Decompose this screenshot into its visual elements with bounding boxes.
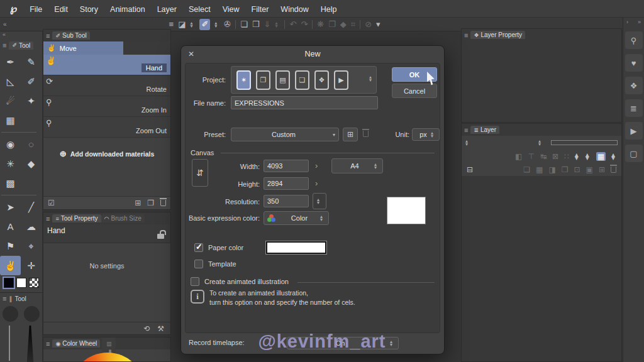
line-tool[interactable]: ╱ <box>21 197 42 217</box>
expand-icon[interactable]: ▾ <box>376 19 380 30</box>
collapse-right-icon[interactable]: » <box>638 19 641 25</box>
text-tool[interactable]: A <box>0 217 21 236</box>
project-comic-icon[interactable]: ▤ <box>275 70 290 90</box>
collapse-icon[interactable]: « <box>0 31 42 40</box>
mask-icon[interactable]: ▣ <box>586 165 593 174</box>
eraser-tool[interactable]: ◺ <box>0 72 21 91</box>
tab-brush-size[interactable]: ◠ Brush Size <box>101 214 145 222</box>
ref-layer-icon[interactable]: ▦ <box>596 152 606 161</box>
new-folder-icon[interactable]: ◨ <box>548 165 555 174</box>
menu-item[interactable]: Window <box>280 5 308 14</box>
color-wheel[interactable] <box>70 353 145 362</box>
pencil-tool[interactable]: ✎ <box>21 52 42 72</box>
panel-menu-icon[interactable]: ≡ <box>462 126 470 134</box>
airbrush-tool[interactable]: ☄ <box>0 91 21 111</box>
settings-icon[interactable]: ❋ <box>317 19 324 30</box>
save-stepper[interactable]: ▴▾ <box>275 21 280 28</box>
brush-tool[interactable]: ✐ <box>21 72 42 91</box>
open-file-icon[interactable]: ❒ <box>252 19 260 30</box>
menu-item[interactable]: File <box>30 5 42 14</box>
file-name-input[interactable] <box>231 96 378 109</box>
tab-tool[interactable]: ✐ Tool <box>9 41 33 50</box>
apply-width-icon[interactable]: › <box>315 161 318 170</box>
resolution-stepper[interactable]: ▴▾ <box>313 193 326 209</box>
panel-menu-icon[interactable]: ≡ <box>43 215 52 222</box>
brush-preview-sub[interactable] <box>24 306 40 322</box>
reset-defaults-icon[interactable]: ⟲ <box>143 324 150 333</box>
blend-tool[interactable]: ◉ <box>0 134 21 154</box>
menu-item[interactable]: Help <box>321 5 337 14</box>
main-color-swatch[interactable] <box>4 278 14 288</box>
panel-menu-icon[interactable]: ≡ <box>0 41 9 49</box>
panel-menu-icon[interactable]: ≡ <box>43 340 52 348</box>
blend-mode-stepper[interactable]: ▴▾ <box>465 140 470 146</box>
material-icon[interactable]: ♥ <box>625 54 643 72</box>
gradient-tool[interactable]: ▩ <box>0 173 21 193</box>
duplicate-subtool-icon[interactable]: ❐ <box>147 199 154 207</box>
panel-menu-icon[interactable]: ≡ <box>462 31 470 39</box>
menu-item[interactable]: Edit <box>54 5 68 14</box>
tab-tool-property[interactable]: ≡ Tool Property <box>52 214 101 222</box>
fill-tool[interactable]: ◆ <box>21 154 42 173</box>
paper-color-swatch[interactable] <box>266 241 326 254</box>
tab-sub-tool[interactable]: ✐ Sub Tool <box>52 31 89 40</box>
create-animation-checkbox[interactable] <box>191 277 199 286</box>
layer-icon[interactable]: ≣ <box>625 99 643 117</box>
operation-tool[interactable]: ➤ <box>0 197 21 217</box>
swap-orientation-button[interactable]: ⇵ <box>192 159 208 187</box>
transparent-swatch[interactable] <box>29 278 39 288</box>
menu-item[interactable]: Story <box>80 5 98 14</box>
brush-taper-slider[interactable] <box>27 326 34 362</box>
spiral-icon[interactable]: ✇ <box>224 19 231 30</box>
subtool-group-move[interactable]: ✌ Move <box>43 41 170 55</box>
create-subtool-icon[interactable]: ⊞ <box>135 199 141 207</box>
menu-item[interactable]: Animation <box>110 5 145 14</box>
delete-preset-icon[interactable] <box>363 131 369 137</box>
chevron-right-icon[interactable]: › <box>626 19 628 25</box>
eyedropper-tool[interactable]: ✛ <box>21 256 42 275</box>
menu-item[interactable]: Select <box>189 5 211 14</box>
screen-mode-icon[interactable]: ◪ <box>178 19 186 30</box>
duplicate-icon[interactable]: ❐ <box>328 19 336 30</box>
main-menu-icon[interactable]: ≡ <box>169 19 174 30</box>
pin-icon[interactable]: ⊤ <box>528 152 534 161</box>
frame-tool[interactable]: ⚑ <box>0 236 21 256</box>
new-vector-icon[interactable]: ▦ <box>536 165 543 174</box>
timeline-icon[interactable]: ▶ <box>625 122 643 140</box>
delete-subtool-icon[interactable] <box>160 200 166 206</box>
subtool-hand[interactable]: ✌ Hand <box>43 55 170 75</box>
stepper[interactable]: ▴▾ <box>586 153 591 160</box>
layer-property-icon[interactable]: ❖ <box>625 77 643 94</box>
hand-tool[interactable]: ✌ <box>0 256 21 275</box>
undo-icon[interactable]: ↶ <box>289 19 296 30</box>
lock-alpha-icon[interactable]: ∷ <box>564 152 569 161</box>
basic-color-select[interactable]: Color ▴▾ <box>264 211 329 225</box>
quick-search-icon[interactable]: ⚲ <box>625 31 643 49</box>
divider[interactable] <box>0 130 38 134</box>
apply-mask-icon[interactable]: ⊞ <box>599 165 605 174</box>
project-animation-icon[interactable]: ▶ <box>334 70 348 90</box>
opacity-stepper[interactable]: ▴▾ <box>538 140 543 146</box>
add-downloaded-materials-button[interactable]: ⊕ Add downloaded materials <box>43 149 170 158</box>
subtool-zoom-in[interactable]: ⚲ Zoom In <box>43 96 170 117</box>
project-stepper[interactable]: ▴▾ <box>369 75 374 82</box>
template-checkbox[interactable] <box>194 260 203 268</box>
color-set-tab[interactable]: ▥ <box>102 339 116 348</box>
menu-item[interactable]: Layer <box>157 5 177 14</box>
redo-icon[interactable]: ↷ <box>301 19 308 30</box>
preset-select[interactable]: Custom ▾ <box>231 128 339 141</box>
apply-height-icon[interactable]: › <box>315 178 318 188</box>
tab-layer[interactable]: ≣ Layer <box>470 126 499 134</box>
screen-mode-stepper[interactable]: ▴▾ <box>190 21 195 28</box>
divider[interactable] <box>312 20 313 29</box>
paper-color-checkbox[interactable]: ✓ <box>194 243 203 252</box>
panel-menu-icon[interactable]: ≡ <box>43 32 52 40</box>
save-icon[interactable]: ⇓ <box>264 19 271 30</box>
frame-border-tool[interactable]: ▦ <box>0 111 21 130</box>
new-file-icon[interactable]: ❏ <box>240 19 248 30</box>
pen-input-stepper[interactable]: ▴▾ <box>214 21 219 28</box>
select-check-icon[interactable]: ☑ <box>48 199 55 207</box>
brush-preview-main[interactable] <box>3 306 18 322</box>
pen-input-icon[interactable]: ✐ <box>199 19 210 30</box>
balloon-tool[interactable]: ☁ <box>21 217 42 236</box>
